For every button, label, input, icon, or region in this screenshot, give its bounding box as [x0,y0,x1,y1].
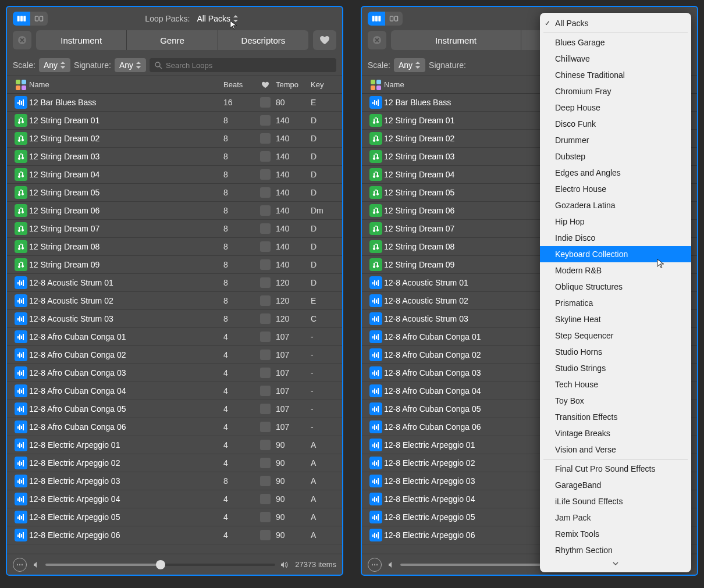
loop-favorite[interactable] [255,97,276,108]
table-row[interactable]: 12 String Dream 068140Dm [7,202,342,220]
column-view-button[interactable] [13,12,30,26]
loop-favorite[interactable] [255,313,276,324]
menu-item[interactable]: Oblique Structures [540,279,691,295]
menu-item[interactable]: Keyboard Collection [540,246,691,262]
table-row[interactable]: 12-8 Afro Cuban Conga 014107- [7,328,342,346]
table-row[interactable]: 12-8 Electric Arpeggio 02490A [7,454,342,472]
menu-item[interactable]: Tech House [540,376,691,393]
menu-item[interactable]: Deep House [540,99,691,116]
table-row[interactable]: 12 Bar Blues Bass1680E [7,94,342,112]
table-row[interactable]: 12-8 Afro Cuban Conga 054107- [7,400,342,418]
table-row[interactable]: 12-8 Afro Cuban Conga 044107- [7,382,342,400]
tab-descriptors[interactable]: Descriptors [218,30,308,50]
loop-favorite[interactable] [255,241,276,252]
clear-filters-button[interactable] [13,31,31,49]
view-mode-segmented[interactable] [368,12,403,26]
table-row[interactable]: 12-8 Afro Cuban Conga 064107- [7,418,342,436]
loop-packs-dropdown[interactable]: All Packs [197,14,239,23]
table-row[interactable]: 12-8 Acoustic Strum 038120C [7,310,342,328]
table-row[interactable]: 12-8 Electric Arpeggio 01490A [7,436,342,454]
more-options-button[interactable]: ⋯ [13,558,27,572]
menu-item[interactable]: Chromium Fray [540,83,691,99]
column-name[interactable]: Name [29,80,223,89]
loop-favorite[interactable] [255,350,276,360]
menu-item[interactable]: Jam Pack [540,509,691,526]
loop-favorite[interactable] [255,223,276,234]
tab-genre[interactable]: Genre [127,30,218,50]
loop-favorite[interactable] [255,368,276,378]
loop-favorite[interactable] [255,476,276,486]
menu-item[interactable]: Vintage Breaks [540,425,691,441]
table-row[interactable]: 12-8 Electric Arpeggio 05490A [7,508,342,526]
table-row[interactable]: 12-8 Acoustic Strum 028120E [7,292,342,310]
loop-packs-menu[interactable]: All PacksBlues GarageChillwaveChinese Tr… [540,13,691,572]
scale-dropdown[interactable]: Any [39,58,70,72]
clear-filters-button[interactable] [368,31,386,49]
loop-favorite[interactable] [255,187,276,198]
search-input[interactable] [166,61,332,70]
loop-favorite[interactable] [255,530,276,540]
table-row[interactable]: 12-8 Electric Arpeggio 03890A [7,472,342,490]
column-favorite[interactable] [255,81,276,88]
volume-slider[interactable] [33,561,289,569]
menu-item[interactable]: Skyline Heat [540,311,691,327]
menu-item[interactable]: Vision and Verse [540,441,691,458]
table-row[interactable]: 12 String Dream 038140D [7,148,342,166]
menu-item[interactable]: Chinese Traditional [540,67,691,83]
column-view-button[interactable] [368,12,385,26]
loop-favorite[interactable] [255,151,276,162]
table-row[interactable]: 12 String Dream 018140D [7,112,342,130]
more-options-button[interactable]: ⋯ [368,558,382,572]
menu-item[interactable]: All Packs [540,15,691,31]
loop-favorite[interactable] [255,494,276,504]
table-row[interactable]: 12 String Dream 098140D [7,256,342,274]
loop-favorite[interactable] [255,332,276,342]
signature-dropdown[interactable]: Any [115,58,146,72]
table-row[interactable]: 12-8 Electric Arpeggio 04490A [7,490,342,508]
table-row[interactable]: 12-8 Acoustic Strum 018120D [7,274,342,292]
menu-item[interactable]: Transition Effects [540,409,691,425]
loop-favorite[interactable] [255,133,276,144]
menu-item[interactable]: Step Sequencer [540,327,691,344]
grid-view-button[interactable] [385,12,403,26]
view-mode-segmented[interactable] [13,12,48,26]
loop-favorite[interactable] [255,169,276,180]
menu-item[interactable]: iLife Sound Effects [540,493,691,509]
slider-track[interactable] [45,564,275,566]
menu-item[interactable]: Edges and Angles [540,165,691,181]
table-row[interactable]: 12-8 Afro Cuban Conga 034107- [7,364,342,382]
menu-item[interactable]: Final Cut Pro Sound Effects [540,461,691,477]
table-row[interactable]: 12 String Dream 078140D [7,220,342,238]
loop-favorite[interactable] [255,259,276,270]
table-row[interactable]: 12-8 Electric Arpeggio 06490A [7,526,342,544]
loop-favorite[interactable] [255,512,276,522]
category-icon-header[interactable] [368,80,384,90]
loop-favorite[interactable] [255,277,276,288]
loop-favorite[interactable] [255,386,276,396]
menu-item[interactable]: Hip Hop [540,213,691,230]
menu-item[interactable]: Remix Tools [540,526,691,542]
scale-dropdown[interactable]: Any [394,58,425,72]
loop-favorite[interactable] [255,295,276,306]
loop-favorite[interactable] [255,205,276,216]
column-tempo[interactable]: Tempo [276,80,311,89]
menu-item[interactable]: Dubstep [540,148,691,165]
table-row[interactable]: 12-8 Afro Cuban Conga 024107- [7,346,342,364]
menu-item[interactable]: Gozadera Latina [540,197,691,213]
menu-item[interactable]: Disco Funk [540,116,691,132]
menu-item[interactable]: Drummer [540,132,691,148]
table-row[interactable]: 12 String Dream 058140D [7,184,342,202]
menu-item[interactable]: Blues Garage [540,34,691,51]
menu-item[interactable]: Prismatica [540,295,691,311]
menu-more-indicator[interactable] [540,558,691,570]
column-key[interactable]: Key [311,80,336,89]
table-row[interactable]: 12 String Dream 088140D [7,238,342,256]
loop-favorite[interactable] [255,115,276,126]
menu-item[interactable]: Toy Box [540,393,691,409]
loop-favorite[interactable] [255,458,276,468]
tab-instrument[interactable]: Instrument [391,30,521,50]
tab-instrument[interactable]: Instrument [36,30,127,50]
loop-list[interactable]: 12 Bar Blues Bass1680E12 String Dream 01… [7,94,342,554]
grid-view-button[interactable] [30,12,48,26]
loop-favorite[interactable] [255,440,276,450]
